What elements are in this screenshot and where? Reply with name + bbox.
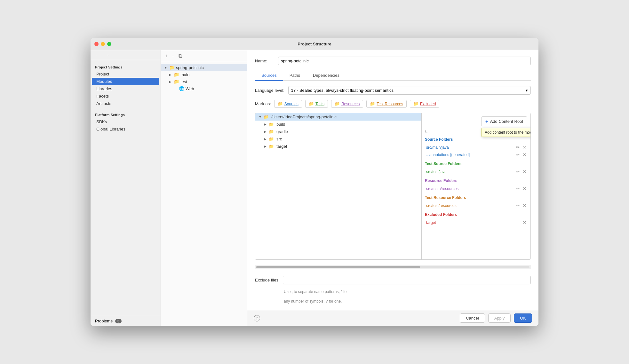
tree-main-label: main: [180, 72, 244, 77]
sidebar: ← → Project Settings Project Modules Lib…: [91, 50, 161, 326]
resource-folder-entry-0: src/main/resources ✏ ✕: [425, 185, 527, 192]
source-folder-icon: 📁: [174, 72, 179, 77]
sidebar-item-libraries[interactable]: Libraries: [92, 85, 159, 92]
window-body: ← → Project Settings Project Modules Lib…: [91, 50, 538, 326]
mark-as-label: Mark as:: [255, 101, 271, 106]
exclude-hint-1: Use ; to separate name patterns, * for: [284, 289, 531, 294]
language-level-label: Language level:: [255, 88, 284, 93]
remove-excluded-0-button[interactable]: ✕: [522, 220, 527, 225]
resource-actions-0: ✏ ✕: [515, 186, 527, 191]
tests-folder-icon: 📁: [309, 101, 314, 106]
edit-source-1-button[interactable]: ✏: [515, 152, 521, 157]
sidebar-item-project[interactable]: Project: [92, 70, 159, 78]
edit-source-0-button[interactable]: ✏: [515, 145, 521, 150]
excluded-folders-title: Excluded Folders: [425, 212, 527, 217]
tab-paths[interactable]: Paths: [283, 70, 307, 81]
file-tree-root-label: /Users/IdeaProjects/spring-petclinic: [271, 115, 337, 119]
tree-item-main[interactable]: ▶ 📁 main: [161, 71, 247, 78]
test-source-path-0: src/test/java: [426, 170, 514, 174]
remove-source-0-button[interactable]: ✕: [522, 145, 527, 150]
help-button[interactable]: ?: [254, 315, 260, 321]
file-tree-root[interactable]: ▼ 📁 /Users/IdeaProjects/spring-petclinic: [255, 113, 421, 121]
platform-settings-section: Platform Settings: [91, 111, 161, 118]
mark-as-test-resources-button[interactable]: 📁 Test Resources: [366, 100, 407, 108]
nav-toolbar: ← →: [91, 50, 161, 60]
edit-resource-0-button[interactable]: ✏: [515, 186, 521, 191]
remove-test-source-0-button[interactable]: ✕: [522, 169, 527, 174]
remove-resource-0-button[interactable]: ✕: [522, 186, 527, 191]
chevron-right-icon: ▶: [168, 72, 172, 77]
test-resource-folders-title: Test Resource Folders: [425, 195, 527, 200]
sources-folder-icon: 📁: [278, 101, 283, 106]
mark-as-tests-button[interactable]: 📁 Tests: [305, 100, 328, 108]
name-input[interactable]: [278, 57, 531, 65]
exclude-hint-2: any number of symbols, ? for one.: [284, 299, 531, 304]
name-row: Name:: [255, 57, 531, 65]
problems-label: Problems: [95, 319, 113, 323]
sidebar-item-facets[interactable]: Facets: [92, 92, 159, 100]
tree-root-label: spring-petclinic: [176, 65, 244, 70]
remove-test-resource-0-button[interactable]: ✕: [522, 203, 527, 208]
excluded-path-0: target: [426, 220, 521, 225]
content-split: ▼ 📁 /Users/IdeaProjects/spring-petclinic…: [255, 113, 531, 260]
name-label: Name:: [255, 59, 274, 63]
file-tree-build[interactable]: ▶ 📁 build: [255, 121, 421, 128]
sidebar-nav: Project Settings Project Modules Librari…: [91, 60, 161, 316]
file-tree-gradle[interactable]: ▶ 📁 gradle: [255, 128, 421, 135]
file-tree-src[interactable]: ▶ 📁 src: [255, 135, 421, 143]
source-folder-entry-0: src/main/java ✏ ✕: [425, 144, 527, 151]
folders-panel: + Add Content Root Add content root to t…: [422, 113, 530, 259]
excluded-folder-entry-0: target ✕: [425, 219, 527, 226]
test-resources-folder-icon: 📁: [370, 101, 375, 106]
remove-module-button[interactable]: −: [171, 53, 175, 59]
test-resource-folder-entry-0: src/test/resources ✏ ✕: [425, 202, 527, 209]
tree-item-test[interactable]: ▶ 📁 test: [161, 78, 247, 85]
apply-button[interactable]: Apply: [488, 313, 511, 323]
file-tree-area: ▼ 📁 /Users/IdeaProjects/spring-petclinic…: [255, 113, 422, 259]
back-button[interactable]: ←: [93, 51, 101, 59]
source-folder-entry-1: ...annotations [generated] ✏ ✕: [425, 151, 527, 158]
source-actions-0: ✏ ✕: [515, 145, 527, 150]
traffic-lights: [94, 42, 111, 46]
copy-module-button[interactable]: ⧉: [178, 53, 183, 59]
sidebar-item-sdks[interactable]: SDKs: [92, 118, 159, 125]
source-path-1: ...annotations [generated]: [426, 153, 514, 157]
add-content-root-container: + Add Content Root Add content root to t…: [481, 116, 527, 126]
mark-as-resources-button[interactable]: 📁 Resources: [331, 100, 363, 108]
add-module-button[interactable]: +: [164, 53, 168, 59]
maximize-button[interactable]: [107, 42, 111, 46]
sidebar-item-modules[interactable]: Modules: [92, 78, 159, 85]
test-source-actions-0: ✏ ✕: [515, 169, 527, 174]
tree-item-web[interactable]: ▶ 🌐 Web: [161, 85, 247, 92]
mark-as-excluded-button[interactable]: 📁 Excluded: [410, 100, 439, 108]
forward-button[interactable]: →: [103, 51, 111, 59]
edit-test-source-0-button[interactable]: ✏: [515, 169, 521, 174]
file-tree-target[interactable]: ▶ 📁 target: [255, 143, 421, 150]
ok-button[interactable]: OK: [514, 313, 532, 323]
close-button[interactable]: [94, 42, 99, 46]
remove-source-1-button[interactable]: ✕: [522, 152, 527, 157]
language-level-row: Language level: 17 - Sealed types, alway…: [255, 86, 531, 95]
chevron-down-icon: ▾: [526, 88, 528, 93]
sidebar-item-artifacts[interactable]: Artifacts: [92, 100, 159, 107]
minimize-button[interactable]: [101, 42, 105, 46]
exclude-files-input[interactable]: [283, 276, 531, 284]
chevron-down-icon: ▼: [163, 65, 168, 70]
gradle-folder-icon: 📁: [269, 129, 274, 134]
add-content-root-button[interactable]: + Add Content Root: [481, 116, 527, 126]
sidebar-item-global-libraries[interactable]: Global Libraries: [92, 125, 159, 133]
tab-dependencies[interactable]: Dependencies: [307, 70, 346, 81]
exclude-files-row: Exclude files:: [255, 276, 531, 284]
edit-test-resource-0-button[interactable]: ✏: [515, 203, 521, 208]
source-folders-title: Source Folders: [425, 137, 527, 142]
tree-web-label: Web: [186, 86, 244, 91]
test-resource-path-0: src/test/resources: [426, 203, 514, 208]
tree-item-root[interactable]: ▼ 📁 spring-petclinic: [161, 64, 247, 71]
horizontal-scrollbar[interactable]: [255, 265, 531, 269]
cancel-button[interactable]: Cancel: [460, 313, 485, 323]
src-folder-icon: 📁: [269, 137, 274, 141]
tab-sources[interactable]: Sources: [255, 70, 283, 81]
mark-as-sources-button[interactable]: 📁 Sources: [274, 100, 302, 108]
language-level-select[interactable]: 17 - Sealed types, always-strict floatin…: [288, 86, 531, 95]
module-folder-icon: 📁: [169, 65, 175, 70]
